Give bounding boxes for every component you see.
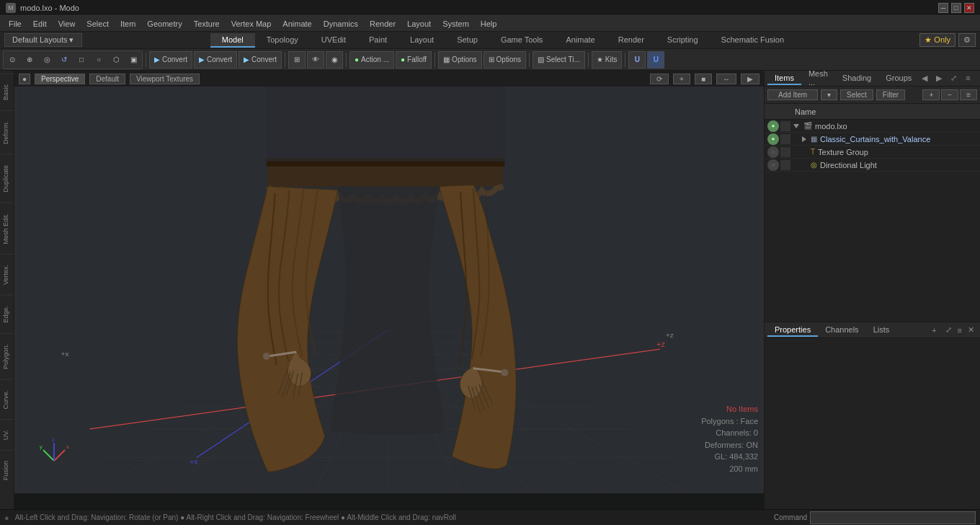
layout-tab-paint[interactable]: Paint bbox=[357, 33, 398, 48]
sidebar-tab-deform[interactable]: Deform. bbox=[1, 110, 14, 154]
close-button[interactable]: ✕ bbox=[964, 3, 974, 13]
panel-maximize[interactable]: ⤢ bbox=[948, 74, 960, 83]
viewport-nav3[interactable]: ■ bbox=[695, 74, 712, 84]
eye-curtains[interactable]: ● bbox=[767, 133, 779, 145]
minimize-button[interactable]: ─ bbox=[938, 3, 948, 13]
tool-arrow[interactable]: ↺ bbox=[55, 51, 73, 69]
add-item-dropdown[interactable]: ▾ bbox=[821, 89, 837, 100]
star-only-button[interactable]: ★ Only bbox=[919, 33, 956, 47]
props-expand-button[interactable]: ⤢ bbox=[943, 325, 955, 335]
menu-item-geometry[interactable]: Geometry bbox=[141, 18, 187, 30]
sidebar-tab-vertex[interactable]: Vertex. bbox=[1, 254, 14, 295]
transform-tool[interactable]: ⊞ bbox=[288, 51, 306, 69]
viewport-shading-btn[interactable]: Default bbox=[89, 74, 125, 84]
menu-item-system[interactable]: System bbox=[437, 18, 475, 30]
lock-texture[interactable] bbox=[780, 147, 790, 157]
options-button-2[interactable]: ⊞ Options bbox=[484, 51, 526, 69]
layout-selector[interactable]: Default Layouts ▾ bbox=[4, 33, 82, 47]
layout-tab-scripting[interactable]: Scripting bbox=[656, 33, 710, 48]
layout-tab-schematic-fusion[interactable]: Schematic Fusion bbox=[710, 33, 796, 48]
kits-button[interactable]: ★ Kits bbox=[592, 51, 623, 69]
tab-shading[interactable]: Shading bbox=[835, 72, 878, 85]
viewport-texture-btn[interactable]: Viewport Textures bbox=[130, 74, 200, 84]
sidebar-tab-fusion[interactable]: Fusion bbox=[1, 450, 14, 490]
viewport-nav5[interactable]: ▶ bbox=[741, 74, 760, 84]
menu-item-layout[interactable]: Layout bbox=[401, 18, 437, 30]
panel-close[interactable]: ✕ bbox=[976, 74, 980, 83]
u-button[interactable]: U bbox=[628, 51, 646, 69]
viewport-canvas[interactable]: +z +x bbox=[14, 87, 764, 493]
menu-item-help[interactable]: Help bbox=[475, 18, 503, 30]
layout-tab-render[interactable]: Render bbox=[607, 33, 656, 48]
menu-item-dynamics[interactable]: Dynamics bbox=[318, 18, 364, 30]
layout-tab-game-tools[interactable]: Game Tools bbox=[489, 33, 555, 48]
props-settings-button[interactable]: ≡ bbox=[955, 326, 965, 335]
maximize-button[interactable]: □ bbox=[951, 3, 961, 13]
select-items-button[interactable]: Select bbox=[840, 89, 873, 100]
menu-item-vertex map[interactable]: Vertex Map bbox=[226, 18, 277, 30]
lock-root[interactable] bbox=[780, 121, 790, 131]
layout-tab-setup[interactable]: Setup bbox=[445, 33, 489, 48]
sidebar-tab-duplicate[interactable]: Duplicate bbox=[1, 154, 14, 203]
tool-eye[interactable]: 👁 bbox=[307, 51, 324, 69]
panel-collapse-left[interactable]: ◀ bbox=[919, 74, 930, 83]
props-close-button[interactable]: ✕ bbox=[965, 325, 977, 335]
menu-item-animate[interactable]: Animate bbox=[277, 18, 317, 30]
props-add-button[interactable]: + bbox=[926, 326, 942, 335]
add-item-button[interactable]: Add Item bbox=[767, 89, 818, 100]
action-button[interactable]: ● Action ... bbox=[349, 51, 394, 69]
tool-grid[interactable]: ▣ bbox=[125, 51, 142, 69]
tool-box[interactable]: □ bbox=[73, 51, 90, 69]
menu-item-select[interactable]: Select bbox=[81, 18, 115, 30]
panel-settings[interactable]: ≡ bbox=[963, 74, 973, 83]
tab-groups[interactable]: Groups bbox=[878, 72, 919, 85]
scene-row-light[interactable]: ○ ◎ Directional Light bbox=[765, 159, 980, 172]
viewport-eye-btn[interactable]: ● bbox=[19, 74, 30, 84]
filter-button[interactable]: Filter bbox=[876, 89, 905, 100]
convert-button-1[interactable]: ▶ Convert bbox=[149, 51, 192, 69]
sidebar-tab-meshedit[interactable]: Mesh Edit. bbox=[1, 203, 14, 255]
options-button-1[interactable]: ▦ Options bbox=[438, 51, 481, 69]
menu-item-edit[interactable]: Edit bbox=[27, 18, 53, 30]
gear-button[interactable]: ⚙ bbox=[958, 33, 976, 47]
convert-button-2[interactable]: ▶ Convert bbox=[194, 51, 237, 69]
scene-row-curtains[interactable]: ● ▦ Classic_Curtains_with_Valance bbox=[765, 133, 980, 146]
tool-box2[interactable]: ◉ bbox=[326, 51, 343, 69]
menu-item-texture[interactable]: Texture bbox=[188, 18, 226, 30]
sidebar-tab-curve[interactable]: Curve. bbox=[1, 379, 14, 420]
tab-mesh[interactable]: Mesh ... bbox=[801, 68, 835, 89]
layout-tab-animate[interactable]: Animate bbox=[554, 33, 606, 48]
unreal-button[interactable]: U bbox=[647, 51, 664, 69]
sidebar-tab-basic[interactable]: Basic bbox=[1, 74, 14, 110]
scene-row-root[interactable]: ● 🎬 modo.lxo bbox=[765, 120, 980, 133]
remove-item-minus[interactable]: − bbox=[941, 89, 958, 100]
layout-tab-uvedit[interactable]: UVEdit bbox=[310, 33, 357, 48]
panel-expand-right[interactable]: ▶ bbox=[933, 74, 945, 83]
sidebar-tab-polygon[interactable]: Polygon. bbox=[1, 333, 14, 379]
menu-item-file[interactable]: File bbox=[3, 18, 27, 30]
add-item-plus[interactable]: + bbox=[922, 89, 940, 100]
scene-row-texture[interactable]: ○ T Texture Group bbox=[765, 146, 980, 159]
menu-item-view[interactable]: View bbox=[53, 18, 81, 30]
item-list-toggle[interactable]: ≡ bbox=[960, 89, 977, 100]
tab-lists[interactable]: Lists bbox=[866, 324, 897, 337]
tool-crosshair[interactable]: ⊕ bbox=[21, 51, 38, 69]
tab-items[interactable]: Items bbox=[767, 72, 801, 85]
layout-tab-topology[interactable]: Topology bbox=[255, 33, 310, 48]
viewport-nav2[interactable]: + bbox=[673, 74, 690, 84]
viewport-nav4[interactable]: ↔ bbox=[716, 74, 736, 84]
eye-texture[interactable]: ○ bbox=[767, 146, 779, 158]
convert-button-3[interactable]: ▶ Convert bbox=[239, 51, 282, 69]
sidebar-tab-uv[interactable]: UV. bbox=[1, 419, 14, 450]
tool-sphere[interactable]: ○ bbox=[90, 51, 107, 69]
select-ti-button[interactable]: ▧ Select Ti... bbox=[533, 51, 585, 69]
tool-target[interactable]: ◎ bbox=[38, 51, 55, 69]
falloff-button[interactable]: ● Falloff bbox=[396, 51, 432, 69]
tool-circle[interactable]: ⊙ bbox=[4, 51, 21, 69]
tool-hex[interactable]: ⬡ bbox=[107, 51, 125, 69]
window-controls[interactable]: ─ □ ✕ bbox=[938, 3, 974, 13]
viewport-nav1[interactable]: ⟳ bbox=[650, 74, 669, 84]
sidebar-tab-edge[interactable]: Edge. bbox=[1, 295, 14, 333]
viewport-perspective-btn[interactable]: Perspective bbox=[35, 74, 85, 84]
command-input[interactable] bbox=[810, 511, 976, 524]
